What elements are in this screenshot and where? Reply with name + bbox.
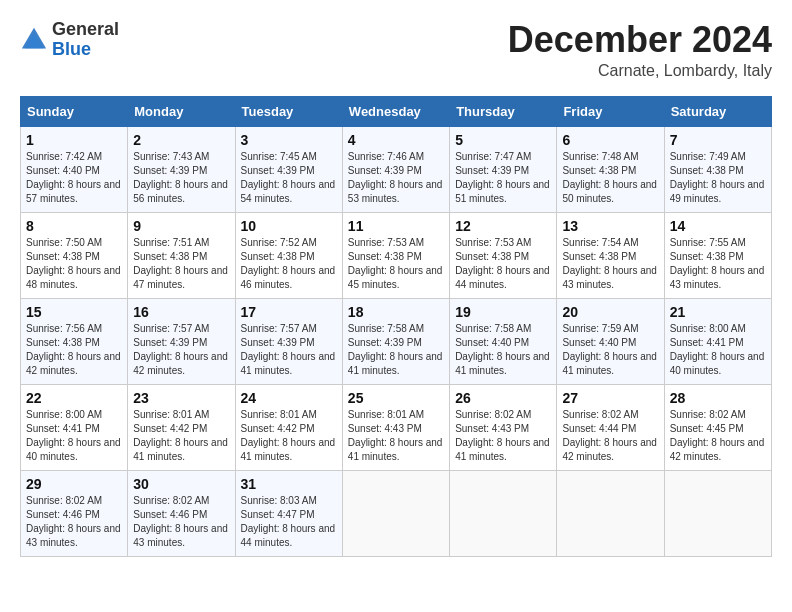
cell-content: Sunrise: 8:01 AMSunset: 4:42 PMDaylight:… bbox=[241, 409, 336, 462]
calendar-cell: 8Sunrise: 7:50 AMSunset: 4:38 PMDaylight… bbox=[21, 212, 128, 298]
logo-general: General bbox=[52, 19, 119, 39]
cell-content: Sunrise: 7:53 AMSunset: 4:38 PMDaylight:… bbox=[455, 237, 550, 290]
header-friday: Friday bbox=[557, 96, 664, 126]
calendar-cell: 13Sunrise: 7:54 AMSunset: 4:38 PMDayligh… bbox=[557, 212, 664, 298]
cell-content: Sunrise: 7:59 AMSunset: 4:40 PMDaylight:… bbox=[562, 323, 657, 376]
day-number: 27 bbox=[562, 390, 658, 406]
location: Carnate, Lombardy, Italy bbox=[508, 62, 772, 80]
cell-content: Sunrise: 7:53 AMSunset: 4:38 PMDaylight:… bbox=[348, 237, 443, 290]
header-thursday: Thursday bbox=[450, 96, 557, 126]
calendar-cell: 20Sunrise: 7:59 AMSunset: 4:40 PMDayligh… bbox=[557, 298, 664, 384]
calendar-cell: 9Sunrise: 7:51 AMSunset: 4:38 PMDaylight… bbox=[128, 212, 235, 298]
day-number: 17 bbox=[241, 304, 337, 320]
logo-icon bbox=[20, 26, 48, 54]
day-number: 14 bbox=[670, 218, 766, 234]
calendar-cell: 23Sunrise: 8:01 AMSunset: 4:42 PMDayligh… bbox=[128, 384, 235, 470]
cell-content: Sunrise: 8:00 AMSunset: 4:41 PMDaylight:… bbox=[26, 409, 121, 462]
calendar-cell bbox=[450, 470, 557, 556]
calendar-cell: 31Sunrise: 8:03 AMSunset: 4:47 PMDayligh… bbox=[235, 470, 342, 556]
calendar-cell: 12Sunrise: 7:53 AMSunset: 4:38 PMDayligh… bbox=[450, 212, 557, 298]
calendar-week-2: 8Sunrise: 7:50 AMSunset: 4:38 PMDaylight… bbox=[21, 212, 772, 298]
day-number: 25 bbox=[348, 390, 444, 406]
cell-content: Sunrise: 8:01 AMSunset: 4:42 PMDaylight:… bbox=[133, 409, 228, 462]
calendar-body: 1Sunrise: 7:42 AMSunset: 4:40 PMDaylight… bbox=[21, 126, 772, 556]
cell-content: Sunrise: 7:47 AMSunset: 4:39 PMDaylight:… bbox=[455, 151, 550, 204]
cell-content: Sunrise: 7:43 AMSunset: 4:39 PMDaylight:… bbox=[133, 151, 228, 204]
calendar-week-1: 1Sunrise: 7:42 AMSunset: 4:40 PMDaylight… bbox=[21, 126, 772, 212]
cell-content: Sunrise: 7:51 AMSunset: 4:38 PMDaylight:… bbox=[133, 237, 228, 290]
cell-content: Sunrise: 7:56 AMSunset: 4:38 PMDaylight:… bbox=[26, 323, 121, 376]
day-number: 20 bbox=[562, 304, 658, 320]
logo-blue: Blue bbox=[52, 39, 91, 59]
header-wednesday: Wednesday bbox=[342, 96, 449, 126]
cell-content: Sunrise: 7:57 AMSunset: 4:39 PMDaylight:… bbox=[241, 323, 336, 376]
cell-content: Sunrise: 7:57 AMSunset: 4:39 PMDaylight:… bbox=[133, 323, 228, 376]
title-block: December 2024 Carnate, Lombardy, Italy bbox=[508, 20, 772, 80]
page-header: General Blue December 2024 Carnate, Lomb… bbox=[20, 20, 772, 80]
day-number: 13 bbox=[562, 218, 658, 234]
cell-content: Sunrise: 7:48 AMSunset: 4:38 PMDaylight:… bbox=[562, 151, 657, 204]
calendar-cell bbox=[664, 470, 771, 556]
day-number: 22 bbox=[26, 390, 122, 406]
day-number: 29 bbox=[26, 476, 122, 492]
calendar-cell: 2Sunrise: 7:43 AMSunset: 4:39 PMDaylight… bbox=[128, 126, 235, 212]
day-number: 2 bbox=[133, 132, 229, 148]
calendar-cell: 17Sunrise: 7:57 AMSunset: 4:39 PMDayligh… bbox=[235, 298, 342, 384]
cell-content: Sunrise: 8:03 AMSunset: 4:47 PMDaylight:… bbox=[241, 495, 336, 548]
day-number: 28 bbox=[670, 390, 766, 406]
calendar-week-3: 15Sunrise: 7:56 AMSunset: 4:38 PMDayligh… bbox=[21, 298, 772, 384]
day-number: 11 bbox=[348, 218, 444, 234]
cell-content: Sunrise: 8:02 AMSunset: 4:45 PMDaylight:… bbox=[670, 409, 765, 462]
calendar-table: SundayMondayTuesdayWednesdayThursdayFrid… bbox=[20, 96, 772, 557]
day-number: 10 bbox=[241, 218, 337, 234]
header-saturday: Saturday bbox=[664, 96, 771, 126]
cell-content: Sunrise: 7:55 AMSunset: 4:38 PMDaylight:… bbox=[670, 237, 765, 290]
cell-content: Sunrise: 7:54 AMSunset: 4:38 PMDaylight:… bbox=[562, 237, 657, 290]
cell-content: Sunrise: 8:02 AMSunset: 4:46 PMDaylight:… bbox=[133, 495, 228, 548]
calendar-header-row: SundayMondayTuesdayWednesdayThursdayFrid… bbox=[21, 96, 772, 126]
calendar-cell: 26Sunrise: 8:02 AMSunset: 4:43 PMDayligh… bbox=[450, 384, 557, 470]
day-number: 12 bbox=[455, 218, 551, 234]
cell-content: Sunrise: 7:49 AMSunset: 4:38 PMDaylight:… bbox=[670, 151, 765, 204]
day-number: 7 bbox=[670, 132, 766, 148]
cell-content: Sunrise: 7:50 AMSunset: 4:38 PMDaylight:… bbox=[26, 237, 121, 290]
cell-content: Sunrise: 7:52 AMSunset: 4:38 PMDaylight:… bbox=[241, 237, 336, 290]
day-number: 6 bbox=[562, 132, 658, 148]
calendar-cell: 19Sunrise: 7:58 AMSunset: 4:40 PMDayligh… bbox=[450, 298, 557, 384]
cell-content: Sunrise: 8:02 AMSunset: 4:44 PMDaylight:… bbox=[562, 409, 657, 462]
calendar-cell: 28Sunrise: 8:02 AMSunset: 4:45 PMDayligh… bbox=[664, 384, 771, 470]
month-title: December 2024 bbox=[508, 20, 772, 60]
logo: General Blue bbox=[20, 20, 119, 60]
calendar-cell: 30Sunrise: 8:02 AMSunset: 4:46 PMDayligh… bbox=[128, 470, 235, 556]
cell-content: Sunrise: 7:46 AMSunset: 4:39 PMDaylight:… bbox=[348, 151, 443, 204]
day-number: 19 bbox=[455, 304, 551, 320]
header-sunday: Sunday bbox=[21, 96, 128, 126]
calendar-week-4: 22Sunrise: 8:00 AMSunset: 4:41 PMDayligh… bbox=[21, 384, 772, 470]
day-number: 31 bbox=[241, 476, 337, 492]
calendar-cell: 10Sunrise: 7:52 AMSunset: 4:38 PMDayligh… bbox=[235, 212, 342, 298]
day-number: 8 bbox=[26, 218, 122, 234]
header-tuesday: Tuesday bbox=[235, 96, 342, 126]
cell-content: Sunrise: 7:45 AMSunset: 4:39 PMDaylight:… bbox=[241, 151, 336, 204]
cell-content: Sunrise: 8:02 AMSunset: 4:46 PMDaylight:… bbox=[26, 495, 121, 548]
day-number: 23 bbox=[133, 390, 229, 406]
day-number: 24 bbox=[241, 390, 337, 406]
calendar-cell: 22Sunrise: 8:00 AMSunset: 4:41 PMDayligh… bbox=[21, 384, 128, 470]
cell-content: Sunrise: 8:02 AMSunset: 4:43 PMDaylight:… bbox=[455, 409, 550, 462]
calendar-cell: 6Sunrise: 7:48 AMSunset: 4:38 PMDaylight… bbox=[557, 126, 664, 212]
day-number: 18 bbox=[348, 304, 444, 320]
calendar-cell: 24Sunrise: 8:01 AMSunset: 4:42 PMDayligh… bbox=[235, 384, 342, 470]
day-number: 21 bbox=[670, 304, 766, 320]
logo-text: General Blue bbox=[52, 20, 119, 60]
day-number: 5 bbox=[455, 132, 551, 148]
day-number: 15 bbox=[26, 304, 122, 320]
calendar-cell bbox=[342, 470, 449, 556]
cell-content: Sunrise: 8:01 AMSunset: 4:43 PMDaylight:… bbox=[348, 409, 443, 462]
header-monday: Monday bbox=[128, 96, 235, 126]
calendar-cell: 1Sunrise: 7:42 AMSunset: 4:40 PMDaylight… bbox=[21, 126, 128, 212]
day-number: 3 bbox=[241, 132, 337, 148]
calendar-cell: 7Sunrise: 7:49 AMSunset: 4:38 PMDaylight… bbox=[664, 126, 771, 212]
calendar-cell: 29Sunrise: 8:02 AMSunset: 4:46 PMDayligh… bbox=[21, 470, 128, 556]
calendar-cell: 14Sunrise: 7:55 AMSunset: 4:38 PMDayligh… bbox=[664, 212, 771, 298]
day-number: 30 bbox=[133, 476, 229, 492]
